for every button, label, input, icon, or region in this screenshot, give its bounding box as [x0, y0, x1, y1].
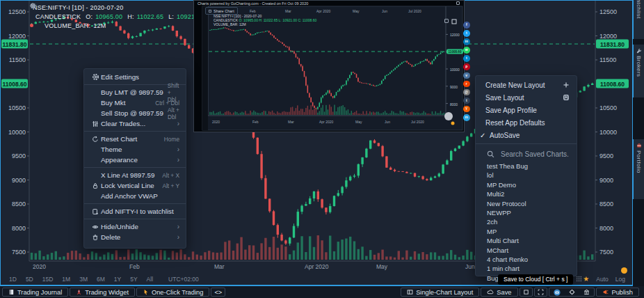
svg-text:9000: 9000 — [12, 177, 26, 184]
save-button[interactable]: Save — [481, 288, 517, 297]
log-scale-toggle[interactable]: Log — [615, 276, 625, 283]
menu-item-edit-settings[interactable]: Edit Settings — [84, 72, 186, 82]
saved-chart-item[interactable]: lol — [476, 171, 577, 180]
code-icon: <> — [214, 289, 222, 296]
saved-chart-item[interactable]: MChart — [476, 246, 577, 255]
menu-item-create-new-layout[interactable]: Create New Layout — [476, 79, 577, 91]
menu-item-appearance[interactable]: Appearance › — [84, 155, 186, 165]
range-button-6m[interactable]: 6M — [97, 276, 105, 283]
favorite-star-icon[interactable]: ★ — [583, 276, 589, 283]
crosshair-button[interactable] — [565, 288, 579, 296]
share-twitter-icon[interactable]: t — [463, 30, 470, 37]
share-icon — [209, 10, 211, 13]
brokers-tab-label: Brokers — [636, 56, 642, 77]
saved-chart-item[interactable]: test Thea Bug — [476, 162, 577, 171]
range-button-all[interactable]: All — [147, 276, 153, 283]
svg-text:7500: 7500 — [12, 249, 26, 256]
fullscreen-button[interactable] — [534, 288, 547, 297]
saved-chart-item[interactable]: MP — [476, 227, 577, 236]
menu-item-clear-trades[interactable]: Clear Trades... › — [84, 118, 186, 129]
menu-item-reset-app-defaults[interactable]: Reset App Defaults — [476, 116, 577, 129]
single-chart-layout-button[interactable]: Single-Chart Layout — [401, 288, 479, 297]
auto-scale-toggle[interactable]: Auto — [596, 276, 609, 283]
svg-text:2020: 2020 — [33, 263, 46, 270]
symbol-title[interactable]: NSE:NIFTY-I [1D] - 2020-07-20 — [33, 4, 124, 11]
saved-charts-search[interactable]: Search Saved Charts. — [476, 146, 577, 162]
share-reddit-icon[interactable]: r — [463, 81, 470, 88]
snapshot-button[interactable] — [550, 288, 564, 296]
menu-item-autosave[interactable]: ✓ AutoSave — [476, 129, 577, 141]
menu-item-save-app-profile[interactable]: Save App Profile — [476, 104, 577, 116]
range-button-5y[interactable]: 5Y — [130, 276, 137, 283]
range-button-15d[interactable]: 15D — [42, 276, 54, 283]
portfolio-tab-label: Portfolio — [636, 150, 642, 173]
notification-dot[interactable] — [621, 267, 627, 274]
screenshot-frame-button[interactable] — [520, 288, 533, 297]
tab-brokers[interactable]: Brokers — [633, 45, 644, 97]
share-pinterest-icon[interactable]: p — [463, 63, 470, 70]
share-facebook-icon[interactable]: f — [463, 22, 470, 29]
plus-icon — [561, 81, 570, 88]
menu-item-save-layout[interactable]: Save Layout — [476, 91, 577, 104]
one-click-trading-button[interactable]: One-Click Trading — [136, 288, 209, 297]
svg-text:Jul 2020: Jul 2020 — [408, 9, 421, 13]
menu-item-lock-vertical-line[interactable]: Lock Vertical Line Alt + Y — [84, 180, 186, 191]
menu-item-delete[interactable]: Delete › — [84, 232, 186, 242]
range-button-5d[interactable]: 5D — [26, 276, 33, 283]
saved-chart-item[interactable]: Multi Chart — [476, 236, 577, 245]
svg-text:Feb: Feb — [129, 263, 140, 270]
popup-edit-icon[interactable] — [456, 1, 460, 5]
share-whatsapp-icon[interactable]: w — [463, 47, 470, 54]
saved-chart-item[interactable]: MP Demo — [476, 180, 577, 189]
popup-collapse-icon[interactable] — [444, 19, 449, 23]
share-hackernews-icon[interactable]: Y — [463, 106, 470, 113]
search-placeholder: Search Saved Charts. — [501, 150, 569, 158]
menu-item-reset-chart[interactable]: Reset Chart Home — [84, 134, 186, 144]
saved-chart-item[interactable]: New Protocol — [476, 199, 577, 208]
range-button-1m[interactable]: 1M — [62, 276, 70, 283]
menu-item-buy-lmt[interactable]: Buy LMT @ 9897.59 Shift + Dbl — [84, 87, 186, 97]
menu-item-sell-stop[interactable]: Sell Stop @ 9897.59 Alt + Dbl — [84, 108, 186, 118]
menu-item-x-line[interactable]: X Line At 9897.59 Alt + X — [84, 170, 186, 180]
trading-widget-button[interactable]: Trading Widget — [70, 288, 135, 297]
expand-icon — [538, 289, 544, 295]
share-tumblr-icon[interactable]: t — [463, 97, 470, 104]
bottom-toolbar: Trading Journal Trading Widget One-Click… — [0, 286, 644, 298]
submenu-chevron-icon: › — [177, 146, 179, 153]
saved-chart-item[interactable]: 1 min chart — [476, 264, 577, 273]
svg-text:12000: 12000 — [8, 33, 26, 40]
saved-chart-item[interactable]: NEWPP — [476, 208, 577, 217]
code-snippet-button[interactable]: <> — [211, 288, 225, 297]
alert-dot-icon — [30, 24, 33, 27]
sliders-icon — [90, 120, 101, 127]
share-chart-tab-label: Share Chart — [214, 9, 234, 13]
tab-watchlist[interactable]: Watchlist — [633, 0, 644, 39]
submenu-chevron-icon: › — [177, 233, 179, 241]
saved-chart-item[interactable]: Multi2 — [476, 189, 577, 198]
share-email-icon[interactable]: @ — [463, 89, 470, 96]
tab-portfolio[interactable]: Portfolio — [633, 139, 644, 199]
menu-item-hide-unhide[interactable]: Hide/Unhide › — [84, 221, 186, 232]
share-messenger-icon[interactable]: m — [463, 114, 470, 121]
range-button-1d[interactable]: 1D — [9, 276, 17, 283]
range-button-3m[interactable]: 3M — [79, 276, 88, 283]
svg-text:11831.80: 11831.80 — [3, 41, 27, 48]
popup-credit-text: Charts powered by GoCharting.com - Creat… — [198, 1, 308, 6]
saved-chart-item[interactable]: 2ch — [476, 217, 577, 226]
range-button-1y[interactable]: 1Y — [114, 276, 121, 283]
trading-journal-button[interactable]: Trading Journal — [2, 288, 68, 297]
save-tooltip: Save to Cloud [ Ctrl + s ] — [498, 274, 573, 285]
menu-item-add-anchor-vwap[interactable]: Add Anchor VWAP — [84, 191, 186, 201]
svg-text:Mar: Mar — [288, 120, 294, 124]
share-linkedin-icon[interactable]: in — [463, 38, 470, 45]
timezone-label[interactable]: UTC+02:00 — [168, 276, 199, 283]
svg-text:9500: 9500 — [12, 152, 26, 159]
saved-chart-item[interactable]: 4 chart Renko — [476, 255, 577, 264]
exchange-button[interactable] — [580, 288, 593, 296]
menu-item-theme[interactable]: Theme › — [84, 144, 186, 155]
menu-item-add-to-watchlist[interactable]: Add NIFTY-I to watchlist — [84, 206, 186, 217]
share-telegram-icon[interactable]: t — [463, 55, 470, 62]
share-vk-icon[interactable]: v — [463, 72, 470, 79]
check-icon: ✓ — [480, 132, 490, 139]
publish-button[interactable]: Publish — [596, 288, 640, 297]
